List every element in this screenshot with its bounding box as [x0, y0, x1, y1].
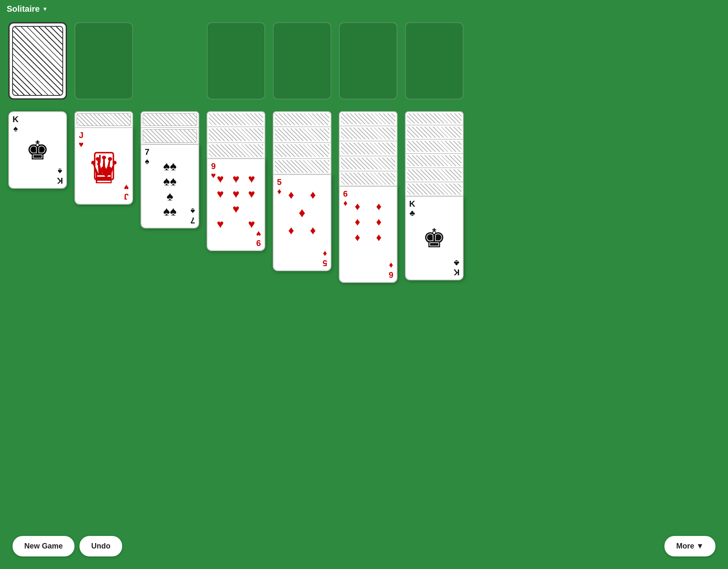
- stock-card-back: [12, 26, 63, 96]
- tableau-col-7: K♣ K♣ ♚: [405, 111, 464, 280]
- game-area: K♠ K♠ ♚ J♥: [0, 18, 519, 287]
- card-back-col5-1: [273, 111, 331, 127]
- title-dropdown-arrow[interactable]: ▼: [42, 6, 48, 12]
- card-back-1: [74, 111, 133, 128]
- card-corner-tl: K♠: [13, 115, 18, 133]
- card-jack-hearts[interactable]: J♥ J♥ 🂻 ♛: [74, 127, 133, 205]
- card-back-col5-3: [273, 143, 331, 159]
- waste-pile[interactable]: [74, 22, 133, 100]
- card-back-col7-4: [405, 154, 464, 168]
- card-5d-corner-br: 5♦: [323, 249, 327, 268]
- col3-stack: 7♠ 7♠ ♠♠ ♠♠ ♠ ♠♠: [141, 111, 199, 228]
- card-6d-corner-br: 6♦: [389, 261, 393, 279]
- game-title[interactable]: Solitaire ▼: [7, 4, 48, 14]
- king-figure: ♚: [26, 135, 49, 165]
- stock-pile[interactable]: [8, 22, 67, 100]
- tableau-col-2: J♥ J♥ 🂻 ♛: [74, 111, 133, 205]
- card-king-spades[interactable]: K♠ K♠ ♚: [8, 111, 67, 189]
- card-back-col7-6: [405, 182, 464, 197]
- col4-stack: 9♥ 9♥ ♥♥♥ ♥♥♥ ♥ ♥♥: [207, 111, 265, 251]
- tableau-col-5: 5♦ 5♦ ♦♦ ♦ ♦♦: [273, 111, 331, 271]
- card-back-col6-3: [339, 141, 397, 156]
- card-king-clubs[interactable]: K♣ K♣ ♚: [405, 197, 464, 280]
- card-5-diamonds[interactable]: 5♦ 5♦ ♦♦ ♦ ♦♦: [273, 175, 331, 271]
- foundation-2[interactable]: [273, 22, 331, 100]
- card-5d-corner-tl: 5♦: [277, 177, 282, 196]
- gap-spacer: [141, 22, 199, 100]
- header: Solitaire ▼: [0, 0, 519, 18]
- top-row: [8, 22, 510, 100]
- card-back-col7-5: [405, 168, 464, 182]
- card-back-col5-4: [273, 159, 331, 175]
- card-back-col6-1: [339, 111, 397, 126]
- card-kc-corner-br: K♣: [454, 259, 459, 277]
- card-back-col3-2: [141, 128, 199, 145]
- foundation-1[interactable]: [207, 22, 265, 100]
- card-back-col7-3: [405, 140, 464, 154]
- card-back-col6-5: [339, 172, 397, 187]
- card-back-col3-1: [141, 111, 199, 128]
- foundation-4[interactable]: [405, 22, 464, 100]
- title-text: Solitaire: [7, 4, 40, 14]
- card-7s-corner-tl: 7♠: [145, 147, 149, 166]
- card-7s-corner-br: 7♠: [190, 207, 195, 225]
- seven-spades-pips: ♠♠ ♠♠ ♠ ♠♠: [141, 145, 198, 218]
- card-back-col6-2: [339, 126, 397, 141]
- card-6d-corner-tl: 6♦: [343, 189, 348, 208]
- tableau-col-3: 7♠ 7♠ ♠♠ ♠♠ ♠ ♠♠: [141, 111, 199, 228]
- card-back-col7-1: [405, 111, 464, 126]
- tableau-col-4: 9♥ 9♥ ♥♥♥ ♥♥♥ ♥ ♥♥: [207, 111, 265, 251]
- card-back-col4-2: [207, 127, 265, 143]
- card-back-col4-3: [207, 143, 265, 159]
- card-6-diamonds[interactable]: 6♦ 6♦ ♦♦ ♦♦ ♦♦: [339, 187, 397, 283]
- foundation-3[interactable]: [339, 22, 397, 100]
- card-back-col5-2: [273, 127, 331, 143]
- col6-stack: 6♦ 6♦ ♦♦ ♦♦ ♦♦: [339, 111, 397, 283]
- king-clubs-figure: ♚: [423, 223, 446, 254]
- col2-stack: J♥ J♥ 🂻 ♛: [74, 111, 133, 205]
- five-diamonds-pips: ♦♦ ♦ ♦♦: [274, 175, 331, 241]
- col5-stack: 5♦ 5♦ ♦♦ ♦ ♦♦: [273, 111, 331, 271]
- card-7-spades[interactable]: 7♠ 7♠ ♠♠ ♠♠ ♠ ♠♠: [141, 145, 199, 228]
- card-9h-corner-tl: 9♥: [211, 161, 216, 180]
- card-back-col7-2: [405, 126, 464, 140]
- card-9-hearts[interactable]: 9♥ 9♥ ♥♥♥ ♥♥♥ ♥ ♥♥: [207, 159, 265, 251]
- card-back-col4-1: [207, 111, 265, 127]
- six-diamonds-pips: ♦♦ ♦♦ ♦♦: [340, 187, 397, 248]
- card-9h-corner-br: 9♥: [256, 229, 261, 248]
- card-kc-corner-tl: K♣: [409, 199, 415, 218]
- col7-stack: K♣ K♣ ♚: [405, 111, 464, 280]
- tableau-col-1: K♠ K♠ ♚: [8, 111, 67, 189]
- nine-hearts-pips: ♥♥♥ ♥♥♥ ♥ ♥♥: [208, 159, 264, 235]
- tableau: K♠ K♠ ♚ J♥: [8, 111, 510, 283]
- tableau-col-6: 6♦ 6♦ ♦♦ ♦♦ ♦♦: [339, 111, 397, 283]
- card-corner-br: K♠: [57, 167, 63, 185]
- card-back-col6-4: [339, 156, 397, 172]
